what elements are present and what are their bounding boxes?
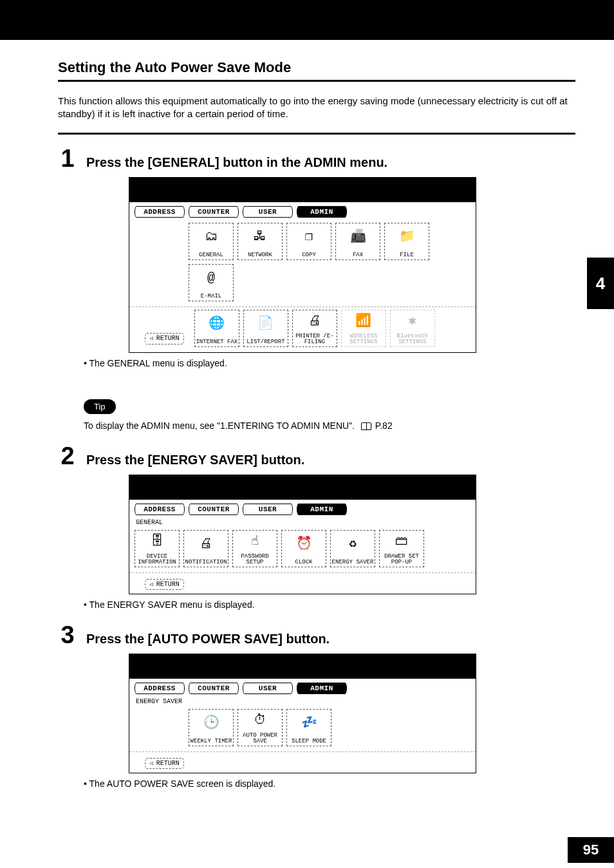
return-button[interactable]: RETURN: [145, 333, 184, 344]
icon-label: CLOCK: [295, 560, 312, 565]
admin-icons-row1: 🗂GENERAL 🖧NETWORK ❐COPY 📠FAX 📁FILE @E-MA…: [129, 220, 476, 307]
weekly-timer-button[interactable]: 🕒WEEKLY TIMER: [189, 709, 234, 746]
tab-address[interactable]: ADDRESS: [135, 504, 185, 515]
list-report-button[interactable]: 📄LIST/REPORT: [243, 310, 288, 347]
energy-saver-icons-row: 🕒WEEKLY TIMER ⏱AUTO POWER SAVE 💤SLEEP MO…: [129, 706, 476, 751]
clock-button[interactable]: ⏰CLOCK: [281, 530, 326, 567]
copy-button[interactable]: ❐COPY: [286, 223, 331, 260]
tab-user[interactable]: USER: [243, 206, 293, 218]
general-menu-screen: ADDRESS COUNTER USER ADMIN GENERAL 🗄DEVI…: [129, 475, 476, 594]
tab-admin[interactable]: ADMIN: [297, 683, 347, 694]
step-number: 1: [58, 146, 77, 171]
tab-admin[interactable]: ADMIN: [297, 504, 347, 515]
icon-label: DRAWER SET POP-UP: [380, 554, 423, 565]
icon-label: LIST/REPORT: [247, 339, 284, 345]
step-title: Press the [GENERAL] button in the ADMIN …: [86, 155, 387, 170]
energy-saver-screen: ADDRESS COUNTER USER ADMIN ENERGY SAVER …: [129, 654, 476, 773]
icon-label: Bluetooth SETTINGS: [391, 334, 434, 345]
step-number: 2: [58, 444, 77, 468]
tab-counter[interactable]: COUNTER: [189, 206, 239, 218]
general-icon: 🗂: [205, 223, 218, 251]
drawer-icon: 🗃: [395, 531, 408, 552]
step-note: The GENERAL menu is displayed.: [84, 358, 575, 368]
wireless-settings-button: 📶WIRELESS SETTINGS: [341, 310, 386, 347]
internet-fax-icon: 🌐: [209, 310, 225, 338]
icon-label: WIRELESS SETTINGS: [342, 334, 386, 345]
page-number: 95: [568, 837, 614, 863]
drawer-set-popup-button[interactable]: 🗃DRAWER SET POP-UP: [379, 530, 424, 567]
tab-user[interactable]: USER: [243, 504, 293, 515]
network-icon: 🖧: [254, 223, 266, 251]
copy-icon: ❐: [305, 223, 313, 251]
email-icon: @: [207, 265, 215, 292]
step-1: 1 Press the [GENERAL] button in the ADMI…: [58, 146, 575, 368]
network-button[interactable]: 🖧NETWORK: [237, 223, 283, 260]
tab-counter[interactable]: COUNTER: [189, 504, 239, 515]
file-icon: 📁: [399, 223, 415, 251]
tab-address[interactable]: ADDRESS: [135, 683, 185, 694]
icon-label: ENERGY SAVER: [332, 560, 374, 565]
tab-address[interactable]: ADDRESS: [135, 206, 185, 218]
icon-label: PASSWORD SETUP: [233, 554, 277, 565]
tip-pill: Tip: [84, 399, 116, 414]
bluetooth-icon: ✱: [409, 310, 416, 332]
device-info-icon: 🗄: [151, 531, 163, 552]
return-button[interactable]: RETURN: [145, 758, 184, 769]
tab-user[interactable]: USER: [243, 683, 293, 694]
admin-icons-row2: RETURN 🌐INTERNET FAX 📄LIST/REPORT 🖨PRINT…: [129, 307, 476, 352]
icon-label: AUTO POWER SAVE: [238, 733, 282, 744]
return-button[interactable]: RETURN: [145, 579, 184, 590]
bluetooth-settings-button: ✱Bluetooth SETTINGS: [390, 310, 435, 347]
icon-label: FAX: [353, 252, 363, 258]
admin-menu-screen: ADDRESS COUNTER USER ADMIN 🗂GENERAL 🖧NET…: [129, 177, 476, 353]
icon-label: FILE: [400, 252, 414, 258]
top-black-bar: [0, 0, 614, 40]
tab-admin[interactable]: ADMIN: [297, 206, 347, 218]
password-setup-button[interactable]: ☝PASSWORD SETUP: [232, 530, 277, 567]
notification-icon: 🖨: [200, 531, 212, 558]
internet-fax-button[interactable]: 🌐INTERNET FAX: [194, 310, 239, 347]
auto-power-save-button[interactable]: ⏱AUTO POWER SAVE: [237, 709, 283, 746]
auto-power-save-icon: ⏱: [254, 710, 266, 731]
fax-button[interactable]: 📠FAX: [335, 223, 380, 260]
printer-efiling-button[interactable]: 🖨PRINTER /E-FILING: [292, 310, 337, 347]
section-title: Setting the Auto Power Save Mode: [58, 59, 575, 82]
step-number: 3: [58, 623, 77, 647]
screen-header-bar: [129, 654, 476, 679]
step-2: 2 Press the [ENERGY SAVER] button. ADDRE…: [58, 444, 575, 610]
general-icons-row: 🗄DEVICE INFORMATION 🖨NOTIFICATION ☝PASSW…: [129, 527, 476, 572]
step-note: The AUTO POWER SAVE screen is displayed.: [84, 778, 575, 789]
device-information-button[interactable]: 🗄DEVICE INFORMATION: [135, 530, 180, 567]
icon-label: GENERAL: [199, 252, 223, 258]
step-note: The ENERGY SAVER menu is displayed.: [84, 599, 575, 610]
sleep-mode-button[interactable]: 💤SLEEP MODE: [286, 709, 331, 746]
icon-label: INTERNET FAX: [196, 339, 237, 345]
icon-label: DEVICE INFORMATION: [135, 554, 179, 565]
tab-counter[interactable]: COUNTER: [189, 683, 239, 694]
icon-label: WEEKLY TIMER: [191, 739, 232, 744]
energy-saver-button[interactable]: ♻ENERGY SAVER: [330, 530, 375, 567]
general-button[interactable]: 🗂GENERAL: [189, 223, 234, 260]
tip-text-content: To display the ADMIN menu, see "1.ENTERI…: [84, 420, 355, 431]
intro-text: This function allows this equipment auto…: [58, 95, 575, 121]
weekly-timer-icon: 🕒: [203, 710, 219, 737]
password-icon: ☝: [251, 531, 259, 552]
icon-label: SLEEP MODE: [292, 739, 326, 744]
list-report-icon: 📄: [257, 310, 274, 338]
icon-label: E-MAIL: [201, 294, 221, 299]
icon-label: PRINTER /E-FILING: [293, 334, 337, 345]
screen-breadcrumb: GENERAL: [129, 518, 476, 527]
step-title: Press the [AUTO POWER SAVE] button.: [86, 632, 330, 646]
tip-text: To display the ADMIN menu, see "1.ENTERI…: [84, 420, 575, 431]
email-button[interactable]: @E-MAIL: [189, 264, 234, 301]
screen-header-bar: [129, 178, 476, 202]
file-button[interactable]: 📁FILE: [384, 223, 429, 260]
heavy-divider: [58, 133, 575, 135]
icon-label: COPY: [302, 252, 316, 258]
sleep-mode-icon: 💤: [301, 710, 317, 737]
notification-button[interactable]: 🖨NOTIFICATION: [183, 530, 228, 567]
step-title: Press the [ENERGY SAVER] button.: [86, 453, 304, 467]
book-icon: [361, 422, 371, 430]
printer-icon: 🖨: [308, 310, 321, 332]
energy-saver-icon: ♻: [349, 531, 357, 558]
